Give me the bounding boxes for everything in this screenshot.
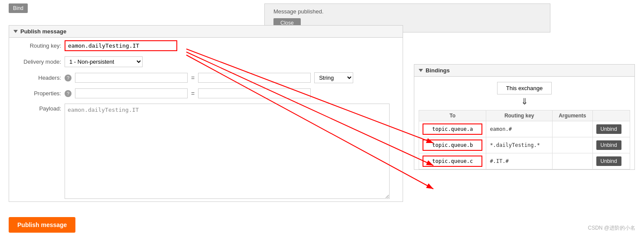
down-arrow-icon: ⇓ xyxy=(419,96,630,107)
watermark: CSDN @进阶的小名 xyxy=(588,224,635,232)
delivery-mode-label: Delivery mode: xyxy=(13,58,61,65)
bindings-header: Bindings xyxy=(414,65,634,77)
headers-help-badge[interactable]: ? xyxy=(65,75,72,81)
delivery-mode-select[interactable]: 1 - Non-persistent 2 - Persistent xyxy=(65,56,143,67)
properties-key-input[interactable] xyxy=(75,88,188,98)
message-published-text: Message published. xyxy=(273,8,541,15)
unbind-button-2[interactable]: Unbind xyxy=(596,156,621,166)
publish-section-header: Publish message xyxy=(9,26,403,38)
routing-key-label: Routing key: xyxy=(13,42,61,49)
unbind-button-0[interactable]: Unbind xyxy=(596,124,621,134)
payload-label: Payload: xyxy=(13,104,61,112)
routing-key-input[interactable] xyxy=(65,40,177,51)
col-actions xyxy=(592,110,630,121)
arguments-cell-2 xyxy=(553,153,593,169)
headers-key-input[interactable] xyxy=(75,73,188,83)
routing-key-cell-2: #.IT.# xyxy=(486,153,553,169)
queue-button-0[interactable]: topic.queue.a xyxy=(423,123,482,135)
col-arguments: Arguments xyxy=(553,110,593,121)
queue-button-2[interactable]: topic.queue.c xyxy=(423,156,482,167)
routing-key-row: Routing key: xyxy=(9,38,403,54)
this-exchange-button: This exchange xyxy=(497,82,552,94)
unbind-button-1[interactable]: Unbind xyxy=(596,140,621,150)
headers-eq-sign: = xyxy=(191,75,195,81)
properties-row: Properties: ? = xyxy=(9,86,403,101)
publish-section-title: Publish message xyxy=(20,28,66,35)
headers-label: Headers: xyxy=(13,75,61,81)
queue-button-1[interactable]: topic.queue.b xyxy=(423,140,482,151)
table-row: topic.queue.b *.dailyTesting.* Unbind xyxy=(419,137,630,153)
arguments-cell-0 xyxy=(553,121,593,137)
bindings-panel: Bindings This exchange ⇓ To Routing key … xyxy=(414,64,635,170)
headers-row: Headers: ? = String Bytes Base64 xyxy=(9,70,403,86)
payload-textarea[interactable]: eamon.dailyTesting.IT xyxy=(65,104,390,199)
col-routing-key: Routing key xyxy=(486,110,553,121)
delivery-mode-row: Delivery mode: 1 - Non-persistent 2 - Pe… xyxy=(9,54,403,70)
routing-key-cell-0: eamon.# xyxy=(486,121,553,137)
queue-cell-2: topic.queue.c xyxy=(419,153,486,169)
queue-cell-1: topic.queue.b xyxy=(419,137,486,153)
bindings-collapse-icon[interactable] xyxy=(419,69,423,72)
bindings-table: To Routing key Arguments topic.queue.a e… xyxy=(419,110,630,169)
bindings-title: Bindings xyxy=(426,67,450,74)
headers-value-input[interactable] xyxy=(198,73,311,83)
properties-eq-sign: = xyxy=(191,90,195,97)
table-row: topic.queue.a eamon.# Unbind xyxy=(419,121,630,137)
unbind-cell-2: Unbind xyxy=(592,153,630,169)
unbind-cell-0: Unbind xyxy=(592,121,630,137)
bind-button[interactable]: Bind xyxy=(9,3,28,13)
payload-row: Payload: eamon.dailyTesting.IT xyxy=(9,101,403,201)
properties-value-input[interactable] xyxy=(198,88,311,98)
headers-type-select[interactable]: String Bytes Base64 xyxy=(314,72,353,83)
collapse-icon[interactable] xyxy=(13,30,18,33)
properties-label: Properties: xyxy=(13,90,61,97)
publish-message-section: Publish message Routing key: Delivery mo… xyxy=(9,25,403,202)
publish-message-button[interactable]: Publish message xyxy=(9,217,75,233)
table-row: topic.queue.c #.IT.# Unbind xyxy=(419,153,630,169)
queue-cell-0: topic.queue.a xyxy=(419,121,486,137)
unbind-cell-1: Unbind xyxy=(592,137,630,153)
col-to: To xyxy=(419,110,486,121)
properties-help-badge[interactable]: ? xyxy=(65,90,72,97)
routing-key-cell-1: *.dailyTesting.* xyxy=(486,137,553,153)
arguments-cell-1 xyxy=(553,137,593,153)
